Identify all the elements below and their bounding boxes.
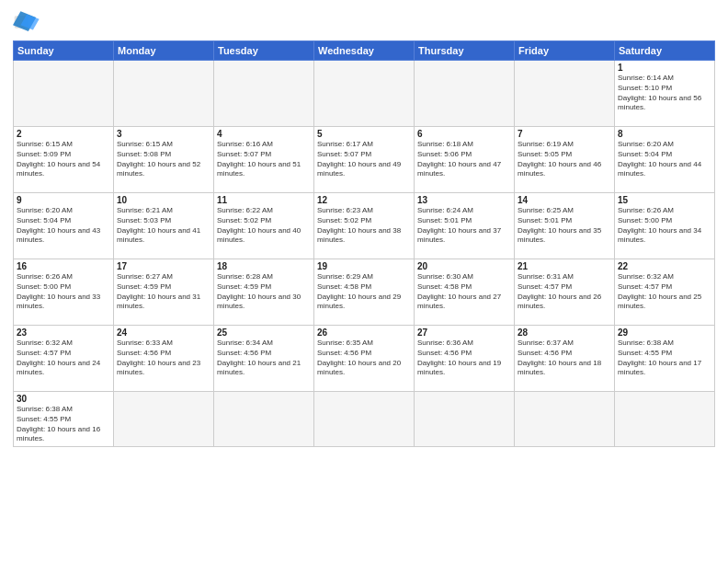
weekday-header-saturday: Saturday xyxy=(615,41,715,61)
calendar-cell: 30Sunrise: 6:38 AMSunset: 4:55 PMDayligh… xyxy=(14,392,114,447)
day-number: 22 xyxy=(618,261,711,271)
day-number: 21 xyxy=(518,261,611,271)
day-number: 1 xyxy=(618,63,711,73)
calendar-cell: 16Sunrise: 6:26 AMSunset: 5:00 PMDayligh… xyxy=(14,259,114,326)
day-info: Sunrise: 6:18 AMSunset: 5:06 PMDaylight:… xyxy=(417,140,511,179)
weekday-header-thursday: Thursday xyxy=(415,41,515,61)
week-row-2: 2Sunrise: 6:15 AMSunset: 5:09 PMDaylight… xyxy=(14,127,715,193)
logo xyxy=(13,9,46,35)
calendar-cell: 17Sunrise: 6:27 AMSunset: 4:59 PMDayligh… xyxy=(114,259,214,326)
week-row-4: 16Sunrise: 6:26 AMSunset: 5:00 PMDayligh… xyxy=(14,259,715,326)
calendar-cell: 22Sunrise: 6:32 AMSunset: 4:57 PMDayligh… xyxy=(615,259,715,326)
day-number: 6 xyxy=(417,129,511,139)
calendar-cell: 15Sunrise: 6:26 AMSunset: 5:00 PMDayligh… xyxy=(615,193,715,259)
header xyxy=(13,9,715,35)
logo-icon xyxy=(13,9,42,35)
day-info: Sunrise: 6:33 AMSunset: 4:56 PMDaylight:… xyxy=(117,339,210,378)
page: SundayMondayTuesdayWednesdayThursdayFrid… xyxy=(0,0,728,563)
weekday-header-monday: Monday xyxy=(114,41,214,61)
calendar-cell xyxy=(415,61,515,127)
calendar-cell: 13Sunrise: 6:24 AMSunset: 5:01 PMDayligh… xyxy=(415,193,515,259)
day-number: 2 xyxy=(17,129,110,139)
day-number: 11 xyxy=(217,195,311,205)
day-info: Sunrise: 6:27 AMSunset: 4:59 PMDaylight:… xyxy=(117,272,210,312)
day-number: 29 xyxy=(618,327,711,338)
calendar-cell: 28Sunrise: 6:37 AMSunset: 4:56 PMDayligh… xyxy=(515,326,615,392)
calendar-cell xyxy=(214,61,314,127)
day-number: 4 xyxy=(217,129,311,139)
day-number: 19 xyxy=(317,261,411,271)
day-info: Sunrise: 6:35 AMSunset: 4:56 PMDaylight:… xyxy=(317,339,411,378)
day-number: 20 xyxy=(417,261,511,271)
day-info: Sunrise: 6:24 AMSunset: 5:01 PMDaylight:… xyxy=(417,206,511,246)
day-info: Sunrise: 6:34 AMSunset: 4:56 PMDaylight:… xyxy=(217,339,311,378)
day-info: Sunrise: 6:14 AMSunset: 5:10 PMDaylight:… xyxy=(618,74,711,113)
day-number: 3 xyxy=(117,129,210,139)
calendar-cell: 21Sunrise: 6:31 AMSunset: 4:57 PMDayligh… xyxy=(515,259,615,326)
day-info: Sunrise: 6:16 AMSunset: 5:07 PMDaylight:… xyxy=(217,140,311,179)
day-info: Sunrise: 6:26 AMSunset: 5:00 PMDaylight:… xyxy=(17,272,110,312)
calendar-cell xyxy=(515,392,615,447)
day-number: 10 xyxy=(117,195,210,205)
calendar-cell xyxy=(14,61,114,127)
day-info: Sunrise: 6:32 AMSunset: 4:57 PMDaylight:… xyxy=(618,272,711,312)
day-number: 14 xyxy=(518,195,611,205)
day-info: Sunrise: 6:37 AMSunset: 4:56 PMDaylight:… xyxy=(518,339,611,378)
calendar-cell: 6Sunrise: 6:18 AMSunset: 5:06 PMDaylight… xyxy=(415,127,515,193)
calendar-cell: 12Sunrise: 6:23 AMSunset: 5:02 PMDayligh… xyxy=(314,193,415,259)
calendar-cell: 11Sunrise: 6:22 AMSunset: 5:02 PMDayligh… xyxy=(214,193,314,259)
day-info: Sunrise: 6:21 AMSunset: 5:03 PMDaylight:… xyxy=(117,206,210,246)
calendar-cell: 3Sunrise: 6:15 AMSunset: 5:08 PMDaylight… xyxy=(114,127,214,193)
week-row-1: 1Sunrise: 6:14 AMSunset: 5:10 PMDaylight… xyxy=(14,61,715,127)
calendar-cell: 10Sunrise: 6:21 AMSunset: 5:03 PMDayligh… xyxy=(114,193,214,259)
calendar-cell xyxy=(114,61,214,127)
calendar-cell xyxy=(615,392,715,447)
day-number: 15 xyxy=(618,195,711,205)
day-info: Sunrise: 6:23 AMSunset: 5:02 PMDaylight:… xyxy=(317,206,411,246)
day-number: 5 xyxy=(317,129,411,139)
weekday-header-sunday: Sunday xyxy=(14,41,114,61)
week-row-3: 9Sunrise: 6:20 AMSunset: 5:04 PMDaylight… xyxy=(14,193,715,259)
calendar-cell: 20Sunrise: 6:30 AMSunset: 4:58 PMDayligh… xyxy=(415,259,515,326)
day-info: Sunrise: 6:22 AMSunset: 5:02 PMDaylight:… xyxy=(217,206,311,246)
calendar-cell: 14Sunrise: 6:25 AMSunset: 5:01 PMDayligh… xyxy=(515,193,615,259)
day-number: 25 xyxy=(217,327,311,338)
calendar-cell: 25Sunrise: 6:34 AMSunset: 4:56 PMDayligh… xyxy=(214,326,314,392)
weekday-header-tuesday: Tuesday xyxy=(214,41,314,61)
day-info: Sunrise: 6:36 AMSunset: 4:56 PMDaylight:… xyxy=(417,339,511,378)
day-number: 13 xyxy=(417,195,511,205)
day-number: 18 xyxy=(217,261,311,271)
calendar-cell: 23Sunrise: 6:32 AMSunset: 4:57 PMDayligh… xyxy=(14,326,114,392)
calendar-cell xyxy=(415,392,515,447)
calendar: SundayMondayTuesdayWednesdayThursdayFrid… xyxy=(13,40,715,447)
day-number: 16 xyxy=(17,261,110,271)
week-row-5: 23Sunrise: 6:32 AMSunset: 4:57 PMDayligh… xyxy=(14,326,715,392)
calendar-cell: 4Sunrise: 6:16 AMSunset: 5:07 PMDaylight… xyxy=(214,127,314,193)
day-info: Sunrise: 6:20 AMSunset: 5:04 PMDaylight:… xyxy=(618,140,711,179)
day-info: Sunrise: 6:30 AMSunset: 4:58 PMDaylight:… xyxy=(417,272,511,312)
day-number: 28 xyxy=(518,327,611,338)
day-info: Sunrise: 6:25 AMSunset: 5:01 PMDaylight:… xyxy=(518,206,611,246)
calendar-cell: 18Sunrise: 6:28 AMSunset: 4:59 PMDayligh… xyxy=(214,259,314,326)
week-row-6: 30Sunrise: 6:38 AMSunset: 4:55 PMDayligh… xyxy=(14,392,715,447)
day-info: Sunrise: 6:38 AMSunset: 4:55 PMDaylight:… xyxy=(17,405,110,444)
day-info: Sunrise: 6:32 AMSunset: 4:57 PMDaylight:… xyxy=(17,339,110,378)
day-info: Sunrise: 6:31 AMSunset: 4:57 PMDaylight:… xyxy=(518,272,611,312)
day-number: 17 xyxy=(117,261,210,271)
calendar-cell: 19Sunrise: 6:29 AMSunset: 4:58 PMDayligh… xyxy=(314,259,415,326)
day-number: 12 xyxy=(317,195,411,205)
day-info: Sunrise: 6:15 AMSunset: 5:09 PMDaylight:… xyxy=(17,140,110,179)
day-number: 27 xyxy=(417,327,511,338)
calendar-cell: 24Sunrise: 6:33 AMSunset: 4:56 PMDayligh… xyxy=(114,326,214,392)
day-info: Sunrise: 6:20 AMSunset: 5:04 PMDaylight:… xyxy=(17,206,110,246)
calendar-cell: 29Sunrise: 6:38 AMSunset: 4:55 PMDayligh… xyxy=(615,326,715,392)
calendar-cell: 27Sunrise: 6:36 AMSunset: 4:56 PMDayligh… xyxy=(415,326,515,392)
calendar-cell: 26Sunrise: 6:35 AMSunset: 4:56 PMDayligh… xyxy=(314,326,415,392)
weekday-header-wednesday: Wednesday xyxy=(314,41,415,61)
weekday-header-friday: Friday xyxy=(515,41,615,61)
weekday-header-row: SundayMondayTuesdayWednesdayThursdayFrid… xyxy=(14,41,715,61)
day-info: Sunrise: 6:38 AMSunset: 4:55 PMDaylight:… xyxy=(618,339,711,378)
day-info: Sunrise: 6:26 AMSunset: 5:00 PMDaylight:… xyxy=(618,206,711,246)
calendar-cell: 5Sunrise: 6:17 AMSunset: 5:07 PMDaylight… xyxy=(314,127,415,193)
calendar-cell xyxy=(515,61,615,127)
